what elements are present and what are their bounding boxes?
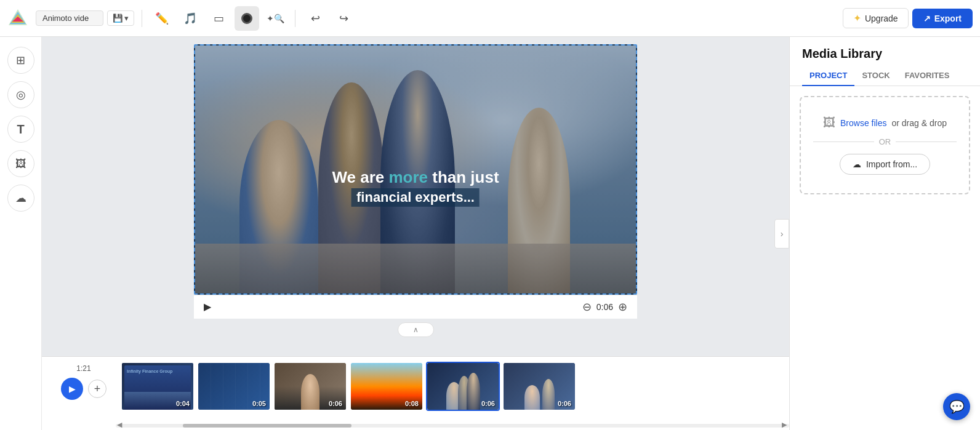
play-button[interactable]: ▶ xyxy=(204,301,211,313)
layout-tool-button[interactable]: ⊞ xyxy=(7,47,34,74)
clip-5[interactable]: 0:06 5 xyxy=(426,362,500,411)
clips-container: Infinity Finance Group 0:04 1 0:05 2 xyxy=(121,362,576,411)
export-icon: ↗ xyxy=(923,14,931,23)
timeline-area: 1:21 ▶ + Infinity Finance Group 0:04 xyxy=(42,356,789,430)
video-text-line2: financial experts... xyxy=(351,188,480,207)
tab-stock[interactable]: STOCK xyxy=(854,66,897,86)
clip-1-duration: 0:04 xyxy=(176,400,190,407)
video-container[interactable]: We are more than just financial experts.… xyxy=(194,44,637,295)
text-before: We are xyxy=(332,168,388,186)
time-increase-button[interactable]: ⊕ xyxy=(618,300,627,314)
edit-button[interactable]: ✏️ xyxy=(150,6,174,31)
clip-3[interactable]: 0:06 3 xyxy=(273,362,347,411)
import-label: Import from... xyxy=(866,159,917,169)
divider-2 xyxy=(295,10,295,27)
drag-text: or drag & drop xyxy=(891,118,947,128)
social-tool-button[interactable]: ☁ xyxy=(7,185,34,212)
scroll-right-button[interactable]: ▶ xyxy=(782,421,787,429)
text-after: than just xyxy=(428,168,499,186)
clip-3-duration: 0:06 xyxy=(329,400,342,407)
clip-2-duration: 0:05 xyxy=(252,400,266,407)
or-label: OR xyxy=(879,137,891,146)
tab-favorites[interactable]: FAVORITES xyxy=(898,66,957,86)
panel-body: 🖼 Browse files or drag & drop OR ☁ Impor… xyxy=(790,86,980,430)
save-arrow: ▾ xyxy=(124,14,129,23)
main-area: ⊞ ◎ T 🖼 ☁ xyxy=(0,37,980,430)
video-frame: We are more than just financial experts.… xyxy=(195,46,636,293)
clip-4[interactable]: 0:08 4 xyxy=(350,362,424,411)
clip-1[interactable]: Infinity Finance Group 0:04 1 xyxy=(121,362,195,411)
display-button[interactable]: ▭ xyxy=(206,6,231,31)
panel-collapse-button[interactable]: › xyxy=(774,219,789,249)
export-label: Export xyxy=(934,14,962,23)
upgrade-button[interactable]: ✦ Upgrade xyxy=(843,8,909,28)
style-tool-button[interactable]: ◎ xyxy=(7,81,34,108)
right-panel-wrapper: › Media Library PROJECT STOCK FAVORITES … xyxy=(789,37,980,430)
search-button[interactable]: ✦🔍 xyxy=(263,6,287,31)
time-controls: ⊖ 0:06 ⊕ xyxy=(582,300,627,314)
collapse-handle[interactable]: ∧ xyxy=(398,322,434,337)
timeline-play-button[interactable]: ▶ xyxy=(61,378,83,400)
clip-5-duration: 0:06 xyxy=(481,400,495,407)
time-decrease-button[interactable]: ⊖ xyxy=(582,300,592,314)
import-from-button[interactable]: ☁ Import from... xyxy=(840,154,930,175)
timeline-scrollbar-thumb[interactable] xyxy=(183,424,351,428)
or-divider: OR xyxy=(813,137,957,146)
app-logo[interactable] xyxy=(7,8,28,29)
media-tool-button[interactable]: 🖼 xyxy=(7,150,34,177)
total-duration: 1:21 xyxy=(76,364,90,373)
upload-zone: 🖼 Browse files or drag & drop OR ☁ Impor… xyxy=(800,96,970,194)
divider-1 xyxy=(142,10,142,27)
controls-bar: ▶ ⊖ 0:06 ⊕ xyxy=(194,295,637,319)
save-icon: 💾 xyxy=(113,14,123,23)
clip-2[interactable]: 0:05 2 xyxy=(197,362,271,411)
undo-button[interactable]: ↩ xyxy=(303,6,327,31)
scroll-left-button[interactable]: ◀ xyxy=(117,421,122,429)
record-button[interactable] xyxy=(235,6,259,31)
music-button[interactable]: 🎵 xyxy=(178,6,203,31)
panel-tabs: PROJECT STOCK FAVORITES xyxy=(790,66,980,86)
text-tool-button[interactable]: T xyxy=(7,116,34,143)
video-text-line1: We are more than just xyxy=(239,167,592,188)
timeline-left: 1:21 ▶ + xyxy=(42,362,116,400)
import-icon: ☁ xyxy=(853,159,861,169)
project-title[interactable]: Animoto vide xyxy=(36,10,103,26)
chat-button[interactable]: 💬 xyxy=(943,393,970,420)
clip-4-duration: 0:08 xyxy=(405,400,419,407)
upload-icon: 🖼 xyxy=(823,116,835,130)
browse-files-link[interactable]: Browse files xyxy=(840,118,886,128)
tab-project[interactable]: PROJECT xyxy=(802,66,854,86)
panel-title: Media Library xyxy=(790,37,980,61)
text-highlight: more xyxy=(388,168,428,186)
save-button[interactable]: 💾 ▾ xyxy=(107,10,134,26)
timeline-scrollbar[interactable] xyxy=(116,424,789,428)
left-toolbar: ⊞ ◎ T 🖼 ☁ xyxy=(0,37,42,430)
current-time: 0:06 xyxy=(596,302,613,312)
canvas-wrapper: We are more than just financial experts.… xyxy=(49,44,782,337)
timeline-clips: Infinity Finance Group 0:04 1 0:05 2 xyxy=(116,362,789,411)
canvas-area: We are more than just financial experts.… xyxy=(42,37,789,356)
timeline-add-button[interactable]: + xyxy=(88,380,106,398)
right-panel: Media Library PROJECT STOCK FAVORITES 🖼 … xyxy=(789,37,980,430)
clip-6-duration: 0:06 xyxy=(558,400,571,407)
export-button[interactable]: ↗ Export xyxy=(912,9,973,28)
toolbar: Animoto vide 💾 ▾ ✏️ 🎵 ▭ ✦🔍 ↩ ↪ ✦ Upgrade… xyxy=(0,0,980,37)
redo-button[interactable]: ↪ xyxy=(331,6,356,31)
upgrade-label: Upgrade xyxy=(865,14,898,23)
video-text-overlay: We are more than just financial experts.… xyxy=(239,167,592,207)
upload-browse-row: 🖼 Browse files or drag & drop xyxy=(823,116,947,130)
clip-6[interactable]: 0:06 6 xyxy=(502,362,576,411)
upgrade-star-icon: ✦ xyxy=(853,12,861,24)
